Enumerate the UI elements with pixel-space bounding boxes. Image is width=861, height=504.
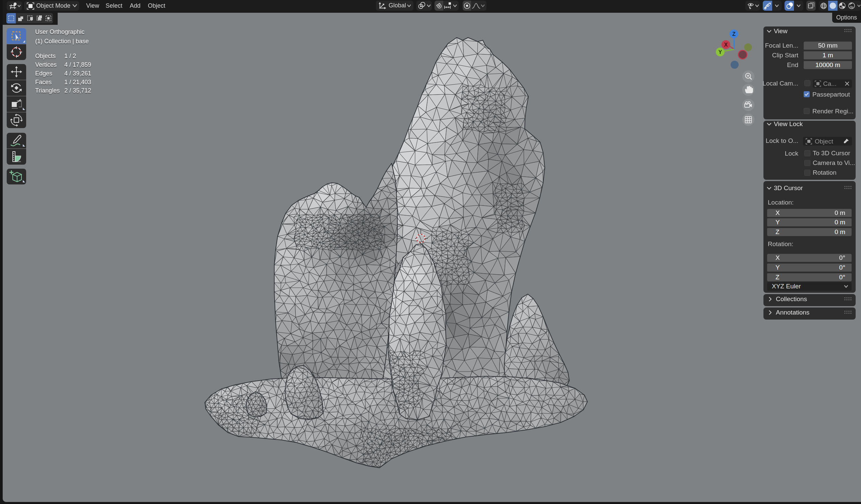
svg-text:Y: Y [719, 49, 722, 55]
svg-text:Z: Z [732, 31, 736, 37]
svg-text:X: X [724, 42, 728, 47]
